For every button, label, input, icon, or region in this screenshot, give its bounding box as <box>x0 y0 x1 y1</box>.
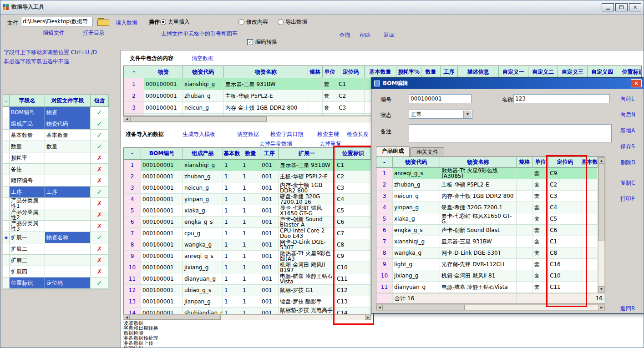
column-header[interactable]: - <box>124 66 144 78</box>
tab-product-composition[interactable]: 产品组成 <box>376 146 410 156</box>
column-header[interactable]: 包含 <box>91 95 109 107</box>
scroll-down-icon[interactable]: ▼ <box>598 286 604 293</box>
table-row[interactable]: 14000100001shubiaodian_g11001鼠标垫-罗技 光电高手… <box>124 308 371 314</box>
scroll-left-icon[interactable]: ◀ <box>124 315 130 320</box>
dialog-close-button[interactable]: × <box>631 79 642 87</box>
field-row[interactable]: 损耗率✗ <box>3 152 109 164</box>
open-directory-link[interactable]: 打开目录 <box>83 29 105 37</box>
table-row[interactable]: 6000100001engka_g_s11001声卡-创新 Sound Blas… <box>124 217 371 228</box>
table-row[interactable]: 5000100001xiaka_g11001显卡-七彩虹 镭风X1650 GT-… <box>124 205 371 217</box>
bom-name-input[interactable] <box>513 94 610 103</box>
prepare-link[interactable]: 检查主键 <box>317 131 339 138</box>
scrollbar-thumb[interactable] <box>130 315 221 320</box>
scroll-right-icon[interactable]: ▶ <box>598 305 605 310</box>
column-header[interactable]: 数量 <box>241 148 260 160</box>
column-header[interactable]: 物资名称 <box>440 157 517 168</box>
prepare-link[interactable]: 清空数据 <box>237 131 259 138</box>
table-row[interactable]: 7xianshiqi_g显示器-三星 931BW套C1 <box>376 236 605 247</box>
encoding-checkbox[interactable]: ✓ 编码转换 <box>247 38 277 46</box>
table-row[interactable]: 4yinpan_g硬盘-希捷 320G 7200.1套C4 <box>376 202 605 213</box>
field-row[interactable]: 产品分类属性2✗ <box>3 209 109 221</box>
column-header[interactable]: - <box>124 148 141 160</box>
column-header[interactable]: 基本数 <box>582 157 598 168</box>
dialog-action-link[interactable]: 删除D <box>620 159 635 166</box>
column-header[interactable]: 工序 <box>441 66 458 78</box>
table-row[interactable]: 1anreqi_g_s散热器-Tt 火星9彩色版(A3085)套C9 <box>376 168 605 179</box>
column-header[interactable]: 位置标识 <box>617 66 641 78</box>
dialog-action-link[interactable]: 向后N <box>620 111 635 119</box>
field-row[interactable]: 数量数量✓ <box>3 141 109 152</box>
table-row[interactable]: 10000100001jixiang_g11001机箱-金河田 飓风II 819… <box>124 262 371 273</box>
column-header[interactable]: 描述信息 <box>458 66 499 78</box>
column-header[interactable]: 位置标识 <box>335 148 371 160</box>
table-row[interactable]: 8000100001wangka_g11001网卡-D-Link DGE-530… <box>124 239 371 251</box>
folder-icon[interactable] <box>97 17 110 26</box>
column-header[interactable]: 对应文件字段 <box>45 95 91 107</box>
table-row[interactable]: 5xiaka_g显卡-七彩虹 镭风X1650 GT-G套C5 <box>376 213 605 225</box>
field-row[interactable]: 组成产品物资代码✓ <box>3 118 109 130</box>
column-header[interactable]: 损耗率% <box>396 66 421 78</box>
column-header[interactable]: 规格 <box>308 66 323 78</box>
field-row[interactable]: 扩展四✗ <box>3 266 109 277</box>
column-header[interactable]: 组成产品 <box>183 148 223 160</box>
prepare-link[interactable]: 去掉异常数据 <box>259 140 292 148</box>
back-link[interactable]: 返回 <box>384 31 395 39</box>
radio-dedupe-insert[interactable]: 去重插入 <box>160 18 190 26</box>
read-data-link[interactable]: 读入数据 <box>116 19 137 27</box>
bom-no-input[interactable] <box>409 94 472 103</box>
scroll-up-icon[interactable]: ▲ <box>598 157 604 164</box>
table-row[interactable]: 10jixiang_g机箱-金河田 飓风II 81套C10 <box>376 270 605 282</box>
field-row[interactable]: ◆扩展一物资名称✓ <box>3 232 109 243</box>
dialog-action-link[interactable]: 保存S <box>620 143 635 151</box>
help-link[interactable]: 帮助 <box>360 31 370 39</box>
edit-file-link[interactable]: 编辑文件 <box>43 29 65 37</box>
column-header[interactable]: 物资 <box>144 66 183 78</box>
column-header[interactable]: 基本数量 <box>365 66 396 78</box>
table-row[interactable]: 7000100001cpu_g11001CPU-Intel Core 2 Duo… <box>124 228 371 239</box>
column-header[interactable]: BOM编号 <box>141 148 183 160</box>
table-row[interactable]: 4000100001yinpan_g11001硬盘-希捷 320G 7200.1… <box>124 194 371 205</box>
prepare-link[interactable]: 生成导入模板 <box>183 131 215 138</box>
maximize-button[interactable] <box>615 3 628 11</box>
field-row[interactable]: 备注✗ <box>3 164 109 175</box>
scroll-right-icon[interactable]: ▶ <box>365 315 371 320</box>
dialog-back-link[interactable]: 返回R <box>620 305 635 313</box>
radio-modify-content[interactable]: 修改内容 <box>238 18 268 26</box>
tab-related-files[interactable]: 相关文件 <box>411 147 444 156</box>
close-button[interactable]: × <box>629 3 641 11</box>
column-header[interactable]: 工序 <box>260 148 279 160</box>
prepare-link[interactable]: 检查字典日期 <box>270 131 303 138</box>
dialog-action-link[interactable]: 新增A <box>620 127 635 135</box>
field-row[interactable]: 产品分类属性3✗ <box>3 221 109 232</box>
table-row[interactable]: 11dianyuan_g电源-航嘉 冷静王钻石Vista套C11 <box>376 282 605 293</box>
prepare-link[interactable]: 去掉重复 <box>319 140 341 148</box>
scroll-left-icon[interactable]: ◀ <box>376 305 383 310</box>
query-link[interactable]: 查询 <box>339 31 350 39</box>
prepare-link[interactable]: 检查长度 <box>347 131 369 138</box>
dialog-action-link[interactable]: 打印P <box>620 195 634 203</box>
dialog-action-link[interactable]: 复制C <box>620 179 635 187</box>
table-row[interactable]: 1000100001xianshiqi_g11001显示器-三星 931BWC1 <box>124 160 371 171</box>
field-row[interactable]: 基本数量基本数量✓ <box>3 130 109 141</box>
field-row[interactable]: BOM编号物资✓ <box>3 107 109 118</box>
column-header[interactable]: 规格 <box>517 157 533 168</box>
field-row[interactable]: 位置标识定位码✓ <box>3 277 109 289</box>
file-path-input[interactable] <box>21 17 93 26</box>
bom-table-hscrollbar[interactable]: ◀ ▶ <box>376 304 605 311</box>
table-row[interactable]: 13000100001jianpan_g11001键盘-罗技 酷影手C13 <box>124 296 371 308</box>
column-header[interactable]: 物资代码 <box>393 157 440 168</box>
radio-export-data[interactable]: 导出数据 <box>278 18 307 26</box>
table-row[interactable]: 3000100001neicun_g11001内存-金士顿 1GB DDR2 8… <box>124 182 371 194</box>
column-header[interactable]: 定位码 <box>548 157 582 168</box>
column-header[interactable]: 自定义四 <box>588 66 617 78</box>
field-row[interactable]: 产品分类属性1✗ <box>3 198 109 209</box>
column-header[interactable]: 自定义一 <box>499 66 528 78</box>
field-row[interactable]: 扩展三✗ <box>3 255 109 266</box>
strip-quotes-link[interactable]: 去掉文件单元格中的引号和回车 <box>161 30 238 38</box>
table-row[interactable]: 9light_g光存储-先锋 DVR-112CH套C16 <box>376 259 605 270</box>
bom-note-textarea[interactable] <box>409 124 612 142</box>
column-header[interactable]: 自定义二 <box>528 66 558 78</box>
column-header[interactable]: - <box>376 157 393 168</box>
table-row[interactable]: 6engka_g_s声卡-创新 Sound Blast套C6 <box>376 225 605 236</box>
dialog-action-link[interactable]: 向前L <box>620 95 634 103</box>
